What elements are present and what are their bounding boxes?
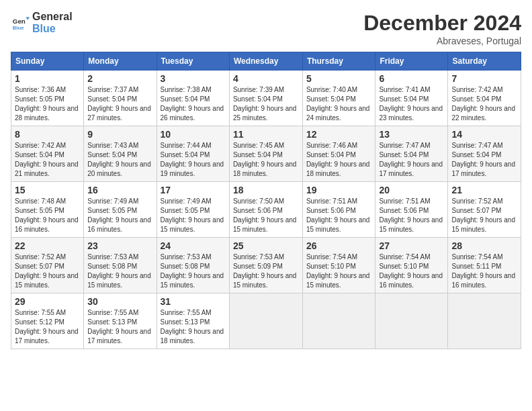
- day-number: 14: [451, 129, 517, 140]
- logo-text-line1: General: [32, 11, 73, 23]
- day-cell: 12Sunrise: 7:46 AMSunset: 5:04 PMDayligh…: [302, 126, 375, 182]
- day-number: 26: [306, 240, 372, 251]
- day-info: Sunrise: 7:49 AMSunset: 5:05 PMDaylight:…: [87, 197, 152, 234]
- day-cell: 10Sunrise: 7:44 AMSunset: 5:04 PMDayligh…: [157, 126, 229, 182]
- day-info: Sunrise: 7:45 AMSunset: 5:04 PMDaylight:…: [233, 141, 299, 179]
- month-title: December 2024: [363, 11, 521, 36]
- day-cell: 5Sunrise: 7:40 AMSunset: 5:04 PMDaylight…: [302, 71, 375, 126]
- day-info: Sunrise: 7:55 AMSunset: 5:13 PMDaylight:…: [161, 308, 226, 346]
- day-cell: 23Sunrise: 7:53 AMSunset: 5:08 PMDayligh…: [84, 238, 157, 293]
- day-number: 15: [15, 185, 80, 195]
- week-row-3: 15Sunrise: 7:48 AMSunset: 5:05 PMDayligh…: [11, 182, 521, 238]
- day-info: Sunrise: 7:47 AMSunset: 5:04 PMDaylight:…: [379, 141, 444, 179]
- day-info: Sunrise: 7:50 AMSunset: 5:06 PMDaylight:…: [233, 197, 299, 234]
- day-cell: 29Sunrise: 7:55 AMSunset: 5:12 PMDayligh…: [11, 293, 84, 349]
- day-info: Sunrise: 7:49 AMSunset: 5:05 PMDaylight:…: [161, 197, 226, 234]
- day-number: 12: [306, 129, 372, 140]
- day-number: 4: [233, 73, 299, 84]
- day-info: Sunrise: 7:40 AMSunset: 5:04 PMDaylight:…: [306, 85, 372, 123]
- calendar-table: SundayMondayTuesdayWednesdayThursdayFrid…: [11, 52, 521, 349]
- day-number: 30: [87, 296, 152, 307]
- day-info: Sunrise: 7:42 AMSunset: 5:04 PMDaylight:…: [15, 141, 80, 179]
- week-row-1: 1Sunrise: 7:36 AMSunset: 5:05 PMDaylight…: [11, 71, 521, 126]
- day-number: 22: [15, 240, 80, 251]
- day-number: 27: [379, 240, 444, 251]
- week-row-2: 8Sunrise: 7:42 AMSunset: 5:04 PMDaylight…: [11, 126, 521, 182]
- page-header: Gen Blue General Blue December 2024 Abra…: [11, 11, 521, 46]
- day-number: 5: [306, 73, 372, 84]
- day-cell: 15Sunrise: 7:48 AMSunset: 5:05 PMDayligh…: [11, 182, 84, 238]
- day-number: 11: [233, 129, 299, 140]
- day-cell: 4Sunrise: 7:39 AMSunset: 5:04 PMDaylight…: [229, 71, 302, 126]
- day-cell: 18Sunrise: 7:50 AMSunset: 5:06 PMDayligh…: [229, 182, 302, 238]
- day-cell: 27Sunrise: 7:54 AMSunset: 5:10 PMDayligh…: [375, 238, 448, 293]
- day-number: 16: [87, 185, 152, 195]
- logo: Gen Blue General Blue: [11, 11, 73, 35]
- day-info: Sunrise: 7:43 AMSunset: 5:04 PMDaylight:…: [87, 141, 152, 179]
- day-number: 3: [161, 73, 226, 84]
- day-cell: 2Sunrise: 7:37 AMSunset: 5:04 PMDaylight…: [84, 71, 157, 126]
- day-info: Sunrise: 7:39 AMSunset: 5:04 PMDaylight:…: [233, 85, 299, 123]
- col-header-thursday: Thursday: [302, 52, 375, 71]
- day-number: 21: [451, 185, 517, 195]
- day-cell: 11Sunrise: 7:45 AMSunset: 5:04 PMDayligh…: [229, 126, 302, 182]
- day-number: 17: [161, 185, 226, 195]
- day-cell: 6Sunrise: 7:41 AMSunset: 5:04 PMDaylight…: [375, 71, 448, 126]
- week-row-5: 29Sunrise: 7:55 AMSunset: 5:12 PMDayligh…: [11, 293, 521, 349]
- day-cell: 20Sunrise: 7:51 AMSunset: 5:06 PMDayligh…: [375, 182, 448, 238]
- day-info: Sunrise: 7:36 AMSunset: 5:05 PMDaylight:…: [15, 85, 80, 123]
- day-info: Sunrise: 7:55 AMSunset: 5:12 PMDaylight:…: [15, 308, 80, 346]
- col-header-wednesday: Wednesday: [229, 52, 302, 71]
- day-info: Sunrise: 7:53 AMSunset: 5:09 PMDaylight:…: [233, 253, 299, 290]
- day-info: Sunrise: 7:48 AMSunset: 5:05 PMDaylight:…: [15, 197, 80, 234]
- day-cell: 25Sunrise: 7:53 AMSunset: 5:09 PMDayligh…: [229, 238, 302, 293]
- logo-text-line2: Blue: [32, 23, 73, 35]
- day-info: Sunrise: 7:51 AMSunset: 5:06 PMDaylight:…: [306, 197, 372, 234]
- day-number: 6: [379, 73, 444, 84]
- day-number: 8: [15, 129, 80, 140]
- day-cell: 30Sunrise: 7:55 AMSunset: 5:13 PMDayligh…: [84, 293, 157, 349]
- day-number: 19: [306, 185, 372, 195]
- day-cell: 1Sunrise: 7:36 AMSunset: 5:05 PMDaylight…: [11, 71, 84, 126]
- day-cell: 22Sunrise: 7:52 AMSunset: 5:07 PMDayligh…: [11, 238, 84, 293]
- col-header-friday: Friday: [375, 52, 448, 71]
- day-number: 23: [87, 240, 152, 251]
- day-number: 1: [15, 73, 80, 84]
- day-cell: 17Sunrise: 7:49 AMSunset: 5:05 PMDayligh…: [157, 182, 229, 238]
- day-info: Sunrise: 7:54 AMSunset: 5:10 PMDaylight:…: [306, 253, 372, 290]
- col-header-tuesday: Tuesday: [157, 52, 229, 71]
- day-info: Sunrise: 7:37 AMSunset: 5:04 PMDaylight:…: [87, 85, 152, 123]
- day-number: 25: [233, 240, 299, 251]
- day-cell: 8Sunrise: 7:42 AMSunset: 5:04 PMDaylight…: [11, 126, 84, 182]
- col-header-sunday: Sunday: [11, 52, 84, 71]
- day-number: 31: [161, 296, 226, 307]
- day-cell: [302, 293, 375, 349]
- day-cell: 19Sunrise: 7:51 AMSunset: 5:06 PMDayligh…: [302, 182, 375, 238]
- day-info: Sunrise: 7:53 AMSunset: 5:08 PMDaylight:…: [161, 253, 226, 290]
- day-number: 20: [379, 185, 444, 195]
- day-number: 28: [451, 240, 517, 251]
- day-cell: 16Sunrise: 7:49 AMSunset: 5:05 PMDayligh…: [84, 182, 157, 238]
- day-cell: 13Sunrise: 7:47 AMSunset: 5:04 PMDayligh…: [375, 126, 448, 182]
- day-info: Sunrise: 7:55 AMSunset: 5:13 PMDaylight:…: [87, 308, 152, 346]
- day-info: Sunrise: 7:52 AMSunset: 5:07 PMDaylight:…: [15, 253, 80, 290]
- svg-text:Gen: Gen: [13, 17, 26, 25]
- week-row-4: 22Sunrise: 7:52 AMSunset: 5:07 PMDayligh…: [11, 238, 521, 293]
- col-header-saturday: Saturday: [448, 52, 521, 71]
- day-number: 13: [379, 129, 444, 140]
- day-number: 7: [451, 73, 517, 84]
- day-info: Sunrise: 7:47 AMSunset: 5:04 PMDaylight:…: [451, 141, 517, 179]
- col-header-monday: Monday: [84, 52, 157, 71]
- day-info: Sunrise: 7:54 AMSunset: 5:11 PMDaylight:…: [451, 253, 517, 290]
- day-number: 18: [233, 185, 299, 195]
- day-info: Sunrise: 7:38 AMSunset: 5:04 PMDaylight:…: [161, 85, 226, 123]
- day-info: Sunrise: 7:53 AMSunset: 5:08 PMDaylight:…: [87, 253, 152, 290]
- day-number: 29: [15, 296, 80, 307]
- day-info: Sunrise: 7:54 AMSunset: 5:10 PMDaylight:…: [379, 253, 444, 290]
- day-number: 2: [87, 73, 152, 84]
- day-cell: [448, 293, 521, 349]
- day-info: Sunrise: 7:42 AMSunset: 5:04 PMDaylight:…: [451, 85, 517, 123]
- day-info: Sunrise: 7:51 AMSunset: 5:06 PMDaylight:…: [379, 197, 444, 234]
- day-cell: 14Sunrise: 7:47 AMSunset: 5:04 PMDayligh…: [448, 126, 521, 182]
- day-info: Sunrise: 7:44 AMSunset: 5:04 PMDaylight:…: [161, 141, 226, 179]
